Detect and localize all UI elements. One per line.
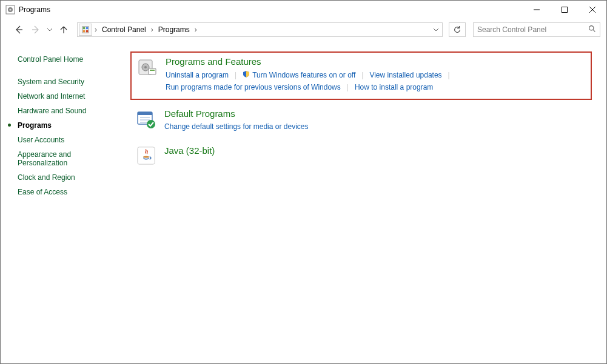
forward-button[interactable] — [29, 22, 43, 37]
default-programs-icon — [134, 108, 158, 130]
sidebar-item-clock-region[interactable]: Clock and Region — [15, 170, 118, 185]
sidebar: Control Panel Home System and Security N… — [15, 51, 118, 357]
sidebar-item-system-security[interactable]: System and Security — [15, 74, 118, 89]
link-uninstall-program[interactable]: Uninstall a program — [166, 70, 229, 81]
svg-rect-10 — [83, 27, 86, 29]
separator: | — [341, 83, 355, 91]
link-turn-windows-features[interactable]: Turn Windows features on or off — [243, 69, 355, 81]
chevron-right-icon[interactable]: › — [193, 25, 198, 34]
sidebar-item-user-accounts[interactable]: User Accounts — [15, 133, 118, 147]
sidebar-item-network[interactable]: Network and Internet — [15, 89, 118, 104]
chevron-right-icon[interactable]: › — [93, 25, 98, 34]
maximize-button[interactable] — [551, 1, 578, 19]
sidebar-item-programs[interactable]: Programs — [15, 118, 118, 133]
programs-features-icon — [135, 56, 159, 78]
link-label: Turn Windows features on or off — [252, 71, 355, 79]
back-button[interactable] — [12, 22, 26, 37]
svg-rect-11 — [86, 27, 89, 29]
address-bar[interactable]: › Control Panel › Programs › — [77, 22, 443, 37]
shield-icon — [243, 70, 250, 79]
svg-point-14 — [589, 25, 594, 30]
titlebar: Programs — [1, 1, 606, 19]
svg-rect-13 — [86, 30, 89, 32]
link-run-compat[interactable]: Run programs made for previous versions … — [166, 82, 341, 93]
search-icon[interactable] — [588, 25, 596, 35]
breadcrumb-current[interactable]: Programs — [155, 25, 193, 34]
search-box[interactable] — [473, 22, 600, 37]
category-title[interactable]: Default Programs — [164, 108, 588, 119]
svg-rect-19 — [149, 68, 156, 74]
separator: | — [442, 71, 456, 79]
location-icon — [79, 24, 92, 36]
content: Programs and Features Uninstall a progra… — [118, 51, 592, 357]
minimize-button[interactable] — [523, 1, 551, 19]
close-button[interactable] — [578, 1, 606, 19]
link-view-installed-updates[interactable]: View installed updates — [369, 70, 441, 81]
search-input[interactable] — [477, 25, 588, 34]
link-change-defaults[interactable]: Change default settings for media or dev… — [164, 121, 308, 132]
window: Programs — [0, 0, 607, 364]
category-default-programs: Default Programs Change default settings… — [130, 106, 592, 134]
link-how-to-install[interactable]: How to install a program — [355, 82, 433, 93]
sidebar-item-appearance[interactable]: Appearance and Personalization — [15, 147, 94, 170]
sidebar-home[interactable]: Control Panel Home — [15, 55, 118, 64]
separator: | — [229, 71, 243, 79]
address-dropdown[interactable] — [430, 27, 442, 32]
svg-point-28 — [143, 156, 149, 157]
category-java: Java (32-bit) — [130, 143, 592, 170]
category-title[interactable]: Java (32-bit) — [164, 145, 588, 156]
navbar: › Control Panel › Programs › — [1, 19, 606, 41]
body: Control Panel Home System and Security N… — [1, 41, 606, 363]
refresh-button[interactable] — [449, 22, 466, 37]
svg-line-15 — [593, 30, 595, 31]
category-programs-features: Programs and Features Uninstall a progra… — [130, 51, 592, 100]
svg-rect-4 — [562, 7, 568, 13]
svg-rect-22 — [138, 112, 152, 115]
category-title[interactable]: Programs and Features — [166, 56, 587, 67]
separator: | — [355, 71, 369, 79]
breadcrumb: › Control Panel › Programs › — [93, 23, 198, 36]
svg-point-2 — [9, 8, 11, 10]
breadcrumb-root[interactable]: Control Panel — [98, 25, 150, 34]
recent-dropdown[interactable] — [45, 22, 54, 37]
up-button[interactable] — [56, 22, 71, 37]
svg-point-18 — [144, 66, 147, 68]
java-icon — [134, 145, 158, 167]
svg-rect-20 — [150, 70, 155, 71]
svg-rect-12 — [83, 30, 86, 32]
chevron-right-icon[interactable]: › — [150, 25, 155, 34]
sidebar-item-hardware[interactable]: Hardware and Sound — [15, 104, 118, 118]
sidebar-item-ease-access[interactable]: Ease of Access — [15, 185, 118, 199]
window-title: Programs — [19, 5, 50, 14]
svg-point-26 — [147, 120, 155, 128]
app-icon — [5, 5, 15, 15]
